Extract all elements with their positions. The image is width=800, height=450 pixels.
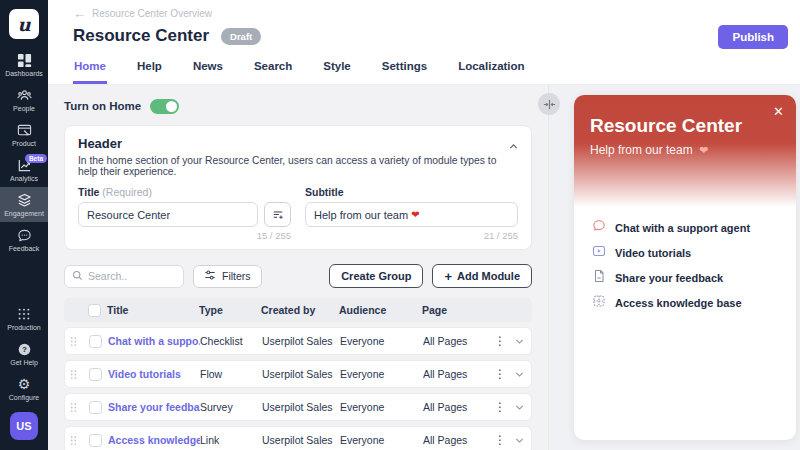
help-icon: ?: [17, 341, 32, 357]
sidebar-item-label: People: [13, 105, 35, 112]
fields-row: Title (Required) Resource Center 15 / 25…: [78, 186, 518, 241]
resource-center-preview: ✕ Resource Center Help from our team ❤ C…: [574, 95, 796, 440]
product-icon: [17, 122, 32, 138]
add-module-label: Add Module: [457, 270, 520, 282]
user-avatar[interactable]: US: [10, 412, 38, 440]
home-toggle[interactable]: [150, 99, 179, 114]
module-audience: Everyone: [340, 401, 423, 413]
row-menu-icon[interactable]: ⋮: [493, 367, 507, 381]
tab-bar: Home Help News Search Style Settings Loc…: [73, 54, 526, 84]
sidebar-item-configure[interactable]: ⚙ Configure: [0, 371, 48, 406]
drag-handle-icon[interactable]: [65, 434, 81, 447]
preview-subtitle-text: Help from our team: [590, 143, 693, 157]
sidebar-item-label: Product: [12, 140, 36, 147]
row-expand-icon[interactable]: [507, 435, 531, 446]
sidebar-item-label: Engagement: [4, 210, 44, 217]
breadcrumb-label[interactable]: Resource Center Overview: [92, 8, 212, 19]
module-title-link[interactable]: Chat with a suppo...: [108, 335, 200, 347]
module-toolbar: Filters Create Group + Add Module: [64, 264, 532, 288]
table-row[interactable]: Video tutorials Flow Userpilot Sales Eve…: [64, 360, 532, 388]
drag-handle-icon[interactable]: [65, 368, 81, 381]
subtitle-field-label: Subtitle: [305, 186, 518, 198]
filters-label: Filters: [222, 270, 251, 282]
close-icon[interactable]: ✕: [773, 104, 784, 119]
col-title: Title: [107, 304, 199, 316]
col-type: Type: [199, 304, 261, 316]
row-expand-icon[interactable]: [507, 369, 531, 380]
module-title-link[interactable]: Share your feedba...: [108, 401, 200, 413]
row-menu-icon[interactable]: ⋮: [493, 400, 507, 414]
table-header: Title Type Created by Audience Page: [64, 298, 532, 322]
tab-home[interactable]: Home: [73, 54, 107, 84]
table-row[interactable]: Access knowledge ... Link Userpilot Sale…: [64, 426, 532, 450]
filters-button[interactable]: Filters: [193, 265, 262, 288]
title-char-count: 15 / 255: [78, 230, 291, 241]
drag-handle-icon[interactable]: [65, 401, 81, 414]
gear-icon: ⚙: [18, 376, 31, 392]
sidebar-item-people[interactable]: People: [0, 82, 48, 117]
search-input[interactable]: [88, 270, 168, 282]
select-all-checkbox[interactable]: [88, 304, 101, 317]
subtitle-field-col: Subtitle Help from our team ❤ 21 / 255: [305, 186, 518, 241]
tab-news[interactable]: News: [192, 54, 224, 84]
chevron-up-icon[interactable]: [508, 138, 519, 156]
sidebar-item-product[interactable]: Product: [0, 117, 48, 152]
row-checkbox[interactable]: [89, 434, 102, 447]
module-title-link[interactable]: Access knowledge ...: [108, 434, 200, 446]
beta-badge: Beta: [25, 154, 47, 163]
preview-item-feedback[interactable]: Share your feedback: [592, 265, 782, 290]
preview-item-knowledge[interactable]: Access knowledge base: [592, 290, 782, 315]
subtitle-input[interactable]: Help from our team ❤: [305, 202, 518, 227]
toggle-knob: [166, 101, 177, 112]
tab-help[interactable]: Help: [136, 54, 163, 84]
row-expand-icon[interactable]: [507, 402, 531, 413]
row-menu-icon[interactable]: ⋮: [493, 334, 507, 348]
drag-handle-icon[interactable]: [65, 335, 81, 348]
sidebar-item-label: Configure: [9, 394, 39, 401]
row-checkbox[interactable]: [89, 368, 102, 381]
knowledge-icon: [592, 294, 606, 312]
module-page: All Pages: [423, 434, 493, 446]
sidebar-item-analytics[interactable]: Beta Analytics: [0, 152, 48, 187]
tab-style[interactable]: Style: [322, 54, 352, 84]
sidebar-item-production[interactable]: Production: [0, 301, 48, 336]
insert-variable-button[interactable]: [264, 202, 291, 227]
preview-item-video[interactable]: Video tutorials: [592, 240, 782, 265]
back-arrow-icon[interactable]: ←: [73, 9, 86, 19]
module-title-link[interactable]: Video tutorials: [108, 368, 200, 380]
heart-icon: ❤: [699, 144, 708, 156]
breadcrumb[interactable]: ← Resource Center Overview: [73, 8, 212, 19]
sidebar-item-feedback[interactable]: Feedback: [0, 222, 48, 257]
table-row[interactable]: Share your feedba... Survey Userpilot Sa…: [64, 393, 532, 421]
tab-search[interactable]: Search: [253, 54, 293, 84]
search-box[interactable]: [64, 265, 184, 288]
create-group-button[interactable]: Create Group: [329, 264, 423, 288]
preview-item-chat[interactable]: Chat with a support agent: [592, 215, 782, 240]
userpilot-logo[interactable]: u: [9, 9, 39, 39]
row-expand-icon[interactable]: [507, 336, 531, 347]
sidebar-item-engagement[interactable]: Engagement: [0, 187, 48, 222]
title-input[interactable]: Resource Center: [78, 202, 258, 227]
module-audience: Everyone: [340, 335, 423, 347]
module-created-by: Userpilot Sales: [262, 401, 340, 413]
title-field-label: Title (Required): [78, 186, 291, 198]
row-menu-icon[interactable]: ⋮: [493, 433, 507, 447]
sidebar-item-label: Feedback: [9, 245, 40, 252]
row-checkbox[interactable]: [89, 335, 102, 348]
table-row[interactable]: Chat with a suppo... Checklist Userpilot…: [64, 327, 532, 355]
svg-text:?: ?: [22, 345, 27, 354]
publish-button[interactable]: Publish: [718, 25, 788, 49]
tab-settings[interactable]: Settings: [381, 54, 428, 84]
sidebar-item-label: Production: [7, 324, 40, 331]
sidebar-item-label: Analytics: [10, 175, 38, 182]
tab-localization[interactable]: Localization: [457, 54, 525, 84]
preview-module-list: Chat with a support agent Video tutorial…: [574, 207, 796, 315]
add-module-button[interactable]: + Add Module: [432, 264, 532, 288]
sidebar-item-get-help[interactable]: ? Get Help: [0, 336, 48, 371]
row-checkbox[interactable]: [89, 401, 102, 414]
toggle-label: Turn on Home: [64, 100, 141, 112]
collapse-panel-button[interactable]: [538, 93, 560, 115]
sidebar-item-label: Get Help: [10, 359, 38, 366]
module-type: Survey: [200, 401, 262, 413]
sidebar-item-dashboards[interactable]: Dashboards: [0, 47, 48, 82]
